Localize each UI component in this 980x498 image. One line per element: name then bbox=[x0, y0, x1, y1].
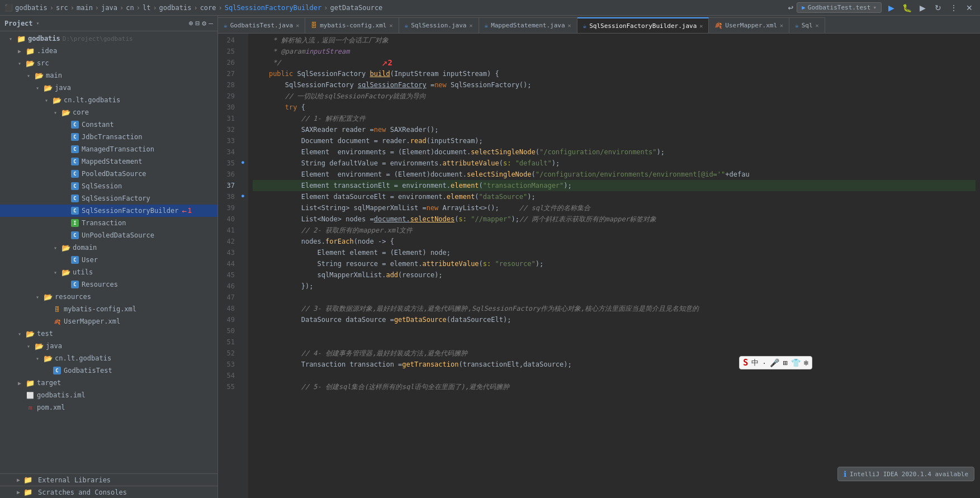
code-content[interactable]: * 解析输入流，返回一个会话工厂对象 * @param inputStream … bbox=[248, 34, 980, 498]
tree-item-test-cn[interactable]: ▾ 📂 cn.lt.godbatis bbox=[0, 352, 217, 364]
more-icon[interactable]: — bbox=[209, 19, 213, 27]
locate-icon[interactable]: ⊕ bbox=[189, 19, 193, 27]
notification-bar[interactable]: ℹ IntelliJ IDEA 2020.1.4 available bbox=[837, 467, 974, 481]
tree-item-godbatis[interactable]: ▾ 📁 godbatis D:\project\godbatis bbox=[0, 32, 217, 45]
folder-icon-core: 📂 bbox=[61, 108, 70, 117]
breadcrumb-java[interactable]: java bbox=[101, 4, 117, 12]
tree-item-iml[interactable]: ▶ ⬜ godbatis.iml bbox=[0, 389, 217, 401]
tree-item-jdbctransaction[interactable]: ▶ C JdbcTransaction bbox=[0, 131, 217, 143]
tree-arrow-utils: ▾ bbox=[54, 269, 61, 276]
ime-snow-icon[interactable]: ❄ bbox=[804, 358, 808, 367]
tree-item-unpooleddatasource[interactable]: ▶ C UnPooledDataSource bbox=[0, 229, 217, 241]
tab-mappedstatement[interactable]: ☕ MappedStatement.java ✕ bbox=[479, 17, 577, 33]
folder-icon-utils: 📂 bbox=[61, 268, 70, 277]
ln-50: 50 bbox=[218, 325, 238, 336]
folder-icon-src: 📂 bbox=[26, 59, 35, 68]
sidebar-bottom-ext-lib[interactable]: ▶ 📁 External Libraries bbox=[0, 473, 217, 486]
tree-item-user[interactable]: ▶ C User bbox=[0, 254, 217, 266]
tree-item-utils[interactable]: ▾ 📂 utils bbox=[0, 266, 217, 278]
tab-close-mybatis[interactable]: ✕ bbox=[389, 22, 392, 29]
tree-item-core[interactable]: ▾ 📂 core bbox=[0, 106, 217, 118]
tree-label-sqlsessionfactorybuilder: SqlSessionFactoryBuilder bbox=[82, 207, 178, 215]
ime-mic-icon[interactable]: 🎤 bbox=[770, 358, 779, 367]
tree-label-cn: cn.lt.godbatis bbox=[64, 96, 120, 104]
tab-close-godbatistest[interactable]: ✕ bbox=[296, 22, 299, 29]
tab-close-builder[interactable]: ✕ bbox=[699, 23, 703, 29]
tree-item-resources[interactable]: ▶ C Resources bbox=[0, 278, 217, 291]
code-line-40: List<Node> nodes = document. selectNodes… bbox=[253, 214, 976, 225]
project-dropdown[interactable]: ▾ bbox=[36, 20, 40, 26]
tab-godbatistest[interactable]: ☕ GodbatisTest.java ✕ bbox=[218, 17, 305, 33]
tree-item-resources-folder[interactable]: ▾ 📂 resources bbox=[0, 291, 217, 303]
ime-grid-icon[interactable]: ⊞ bbox=[783, 358, 787, 367]
collapse-icon[interactable]: ⊟ bbox=[196, 19, 200, 27]
tree-label-sqlsession: SqlSession bbox=[82, 182, 122, 190]
update-button[interactable]: ↻ bbox=[932, 2, 944, 14]
code-line-36: Element environment = (Element)document.… bbox=[253, 169, 976, 180]
breadcrumb-src[interactable]: src bbox=[56, 4, 68, 12]
tab-sql[interactable]: ☕ Sql ✕ bbox=[789, 17, 825, 33]
tree-item-sqlsessionfactory[interactable]: ▶ C SqlSessionFactory bbox=[0, 192, 217, 205]
tree-item-domain[interactable]: ▾ 📂 domain bbox=[0, 241, 217, 254]
project-tree: ▾ 📁 godbatis D:\project\godbatis ▶ 📁 .id… bbox=[0, 31, 217, 473]
ln-52: 52 bbox=[218, 348, 238, 359]
run-config[interactable]: ▶ GodbatisTest.test ▾ bbox=[797, 2, 882, 13]
tree-item-test[interactable]: ▾ 📂 test bbox=[0, 328, 217, 340]
tree-label-main: main bbox=[46, 72, 62, 79]
ime-shirt-icon[interactable]: 👕 bbox=[791, 358, 801, 367]
sidebar-bottom-scratches[interactable]: ▶ 📁 Scratches and Consoles bbox=[0, 486, 217, 498]
tab-usermapper[interactable]: 🍂 UserMapper.xml ✕ bbox=[709, 17, 789, 33]
breadcrumb-core[interactable]: core bbox=[200, 4, 216, 12]
ln-43: 43 bbox=[218, 247, 238, 258]
folder-icon-idea: 📁 bbox=[26, 46, 35, 55]
tab-close-sqlsession[interactable]: ✕ bbox=[469, 22, 472, 29]
tree-item-main[interactable]: ▾ 📂 main bbox=[0, 69, 217, 82]
back-icon[interactable]: ↩ bbox=[788, 2, 794, 13]
java-icon-mappedstatement: C bbox=[70, 157, 79, 166]
tab-mybatis-config[interactable]: 🗄 mybatis-config.xml ✕ bbox=[305, 17, 399, 33]
tree-label-test-java: java bbox=[46, 342, 62, 350]
breadcrumb-lt[interactable]: lt bbox=[143, 4, 150, 12]
more-button[interactable]: ⋮ bbox=[948, 2, 960, 14]
breadcrumb-godbatis[interactable]: godbatis bbox=[15, 4, 48, 12]
code-editor[interactable]: 24 25 26 27 28 29 30 31 32 33 34 35 36 3… bbox=[218, 34, 980, 498]
tree-item-mappedstatement[interactable]: ▶ C MappedStatement bbox=[0, 155, 217, 168]
tab-close-sql[interactable]: ✕ bbox=[816, 22, 819, 29]
tree-item-pom[interactable]: ▶ m pom.xml bbox=[0, 401, 217, 414]
debug-button[interactable]: 🐛 bbox=[901, 2, 913, 14]
tree-item-mybatis-config[interactable]: ▶ 🗄 mybatis-config.xml bbox=[0, 303, 217, 315]
tree-item-managedtransaction[interactable]: ▶ C ManagedTransaction bbox=[0, 143, 217, 155]
ln-55: 55 bbox=[218, 381, 238, 392]
tree-arrow-test-java: ▾ bbox=[27, 343, 35, 349]
tree-item-sqlsessionfactorybuilder[interactable]: ▶ C SqlSessionFactoryBuilder ← 1 bbox=[0, 205, 217, 217]
tree-item-constant[interactable]: ▶ C Constant bbox=[0, 118, 217, 131]
tree-item-cn-lt-godbatis[interactable]: ▾ 📂 cn.lt.godbatis bbox=[0, 94, 217, 106]
tab-sqlsessionfactorybuilder[interactable]: ☕ SqlSessionFactoryBuilder.java ✕ bbox=[577, 17, 709, 33]
coverage-button[interactable]: ▶ bbox=[916, 2, 929, 14]
tree-item-idea[interactable]: ▶ 📁 .idea bbox=[0, 45, 217, 57]
tab-close-mappedstatement[interactable]: ✕ bbox=[568, 22, 571, 29]
breadcrumb-godbatis2[interactable]: godbatis bbox=[159, 4, 192, 12]
breadcrumb-method[interactable]: getDataSource bbox=[330, 4, 382, 12]
ime-toolbar[interactable]: S 中 · 🎤 ⊞ 👕 ❄ bbox=[739, 356, 812, 369]
tab-close-usermapper[interactable]: ✕ bbox=[780, 22, 783, 29]
run-button[interactable]: ▶ bbox=[885, 2, 897, 14]
tree-item-java[interactable]: ▾ 📂 java bbox=[0, 82, 217, 94]
breadcrumb-cn[interactable]: cn bbox=[126, 4, 134, 12]
breadcrumb-file[interactable]: SqlSessionFactoryBuilder bbox=[225, 4, 321, 12]
settings-icon[interactable]: ⚙ bbox=[202, 19, 206, 27]
tree-item-transaction[interactable]: ▶ I Transaction bbox=[0, 217, 217, 229]
tab-sqlsession[interactable]: ☕ SqlSession.java ✕ bbox=[399, 17, 479, 33]
tree-item-test-java[interactable]: ▾ 📂 java bbox=[0, 340, 217, 352]
tree-arrow-idea: ▶ bbox=[18, 48, 26, 54]
tree-item-target[interactable]: ▶ 📁 target bbox=[0, 377, 217, 389]
tree-item-usermapper[interactable]: ▶ 🍂 UserMapper.xml bbox=[0, 315, 217, 328]
tree-item-sqlsession[interactable]: ▶ C SqlSession bbox=[0, 180, 217, 192]
breadcrumb-main[interactable]: main bbox=[77, 4, 93, 12]
main-layout: Project ▾ ⊕ ⊟ ⚙ — ▾ 📁 godbatis D:\projec… bbox=[0, 16, 980, 498]
code-line-32: SAXReader reader = new SAXReader(); bbox=[253, 124, 976, 135]
tree-item-pooleddatasource[interactable]: ▶ C PooledDataSource bbox=[0, 168, 217, 180]
tree-item-godbatistest[interactable]: ▶ C GodbatisTest bbox=[0, 364, 217, 377]
window-close[interactable]: ✕ bbox=[963, 2, 976, 14]
tree-item-src[interactable]: ▾ 📂 src bbox=[0, 57, 217, 69]
